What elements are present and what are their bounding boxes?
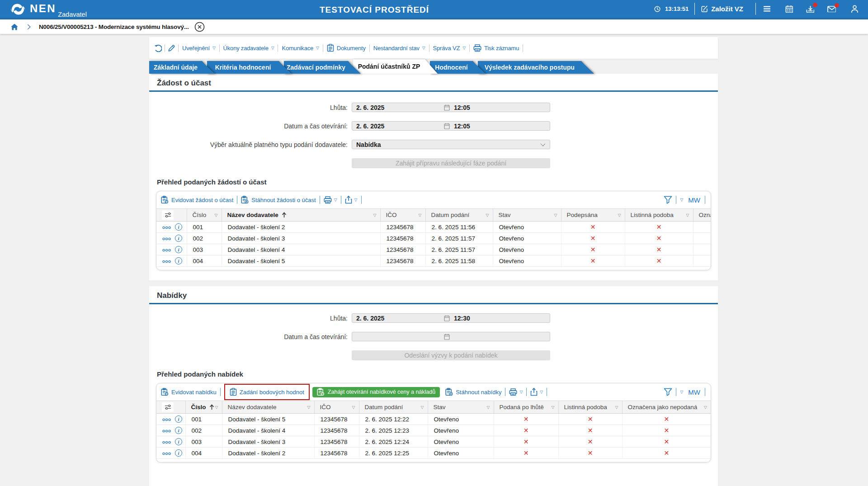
stahnout-zadosti-button[interactable]: Stáhnout žádosti o účast xyxy=(241,196,316,204)
menu-komunikace[interactable]: Komunikace▽ xyxy=(282,45,319,52)
datetime-input[interactable]: 2. 6. 202512:05 xyxy=(352,121,550,131)
row-actions-button[interactable] xyxy=(162,450,171,457)
row-actions-button[interactable] xyxy=(162,235,171,242)
table-row[interactable]: i 004Dodavatel - školení 2123456782. 6. … xyxy=(156,448,711,459)
edit-button[interactable] xyxy=(168,44,175,52)
tab-zadavaci-podminky[interactable]: Zadávací podmínky xyxy=(284,61,348,74)
tab-vysledek-zadavaciho-postupu[interactable]: Výsledek zadávacího postupu xyxy=(478,61,581,74)
filter-icon: ▽ xyxy=(486,213,489,217)
menu-nestandardni-stav[interactable]: Nestandardní stav▽ xyxy=(373,45,425,52)
column-header[interactable]: Název dodavatele▽ xyxy=(222,401,314,414)
export-button[interactable]: ▽ xyxy=(345,196,358,204)
menu-sprava-vz[interactable]: Správa VZ▽ xyxy=(433,45,466,52)
main-menu-button[interactable] xyxy=(764,6,770,12)
tab-hodnoceni[interactable]: Hodnocení xyxy=(430,61,473,74)
column-header[interactable]: Datum podání▽ xyxy=(425,209,493,222)
datetime-input[interactable] xyxy=(352,332,550,341)
column-header[interactable]: Podaná po lhůtě▽ xyxy=(494,401,558,414)
profile-button[interactable] xyxy=(851,5,858,13)
info-icon[interactable]: i xyxy=(175,449,182,457)
datetime-input[interactable]: 2. 6. 202512:30 xyxy=(352,313,550,323)
column-header[interactable]: Název dodavatele▽ xyxy=(222,209,380,222)
column-header[interactable]: Označena jako nepodaná▽ xyxy=(693,209,711,222)
column-label: Stav xyxy=(499,212,511,218)
date-value: 2. 6. 2025 xyxy=(352,315,444,322)
stahnout-nabidky-button[interactable]: Stáhnout nabídky xyxy=(445,388,501,396)
history-button[interactable] xyxy=(154,44,162,52)
menu-ukony-zadavatele[interactable]: Úkony zadavatele▽ xyxy=(223,45,274,52)
section-zadost-o-ucast: Žádost o účast Lhůta:2. 6. 202512:05 Dat… xyxy=(149,74,718,280)
zahajit-oteviranie-button[interactable]: Zahájit otevírání nabídkové ceny a nákla… xyxy=(312,387,440,397)
info-icon[interactable]: i xyxy=(175,438,182,445)
close-record-button[interactable] xyxy=(194,22,205,32)
row-actions-button[interactable] xyxy=(162,439,171,445)
calendar-button[interactable] xyxy=(785,5,793,13)
column-header[interactable]: Číslo▽ xyxy=(187,209,222,222)
info-icon[interactable]: i xyxy=(175,257,182,264)
menu-dokumenty[interactable]: Dokumenty xyxy=(327,44,366,52)
column-chooser-button[interactable] xyxy=(162,402,174,412)
column-header[interactable]: Podepsána▽ xyxy=(561,209,625,222)
info-icon[interactable]: i xyxy=(175,415,182,423)
tab-podani-ucastniku-zp[interactable]: Podání účastníků ZP xyxy=(353,59,425,74)
tab-zakladni-udaje[interactable]: Základní údaje xyxy=(149,61,202,74)
table-row[interactable]: i 004Dodavatel - školení 5123456782. 6. … xyxy=(156,255,711,267)
row-actions-button[interactable] xyxy=(162,258,171,264)
menu-tisk-zaznamu[interactable]: Tisk záznamu xyxy=(473,44,519,52)
info-icon[interactable]: i xyxy=(175,223,182,231)
messages-button[interactable] xyxy=(827,6,836,12)
cell-cislo: 002 xyxy=(187,233,222,244)
table-row[interactable]: i 002Dodavatel - školení 4123456782. 6. … xyxy=(156,425,711,436)
row-actions-button[interactable] xyxy=(162,416,171,423)
caret-down-icon: ▽ xyxy=(519,390,523,394)
tab-label: Podání účastníků ZP xyxy=(353,59,425,74)
column-header[interactable]: Číslo▽ xyxy=(185,401,222,414)
column-header[interactable]: Listinná podoba▽ xyxy=(625,209,693,222)
column-header[interactable]: Stav▽ xyxy=(493,209,561,222)
column-header[interactable]: Datum podání▽ xyxy=(359,401,428,414)
create-vz-button[interactable]: Založit VZ xyxy=(701,5,743,13)
menu-uverejneni[interactable]: Uveřejnění▽ xyxy=(182,45,216,52)
row-actions-button[interactable] xyxy=(162,246,171,253)
table-row[interactable]: i 003Dodavatel - školení 3123456782. 6. … xyxy=(156,436,711,448)
mw-toggle[interactable]: MW xyxy=(688,196,700,204)
row-actions-button[interactable] xyxy=(162,224,171,231)
zahajit-pripravu-button[interactable]: Zahájit přípravu následující fáze podání xyxy=(352,158,550,168)
table-row[interactable]: i 001Dodavatel - školení 5123456782. 6. … xyxy=(156,414,711,425)
filter-button[interactable] xyxy=(664,388,672,396)
column-header[interactable]: Listinná podoba▽ xyxy=(558,401,622,414)
downloads-button[interactable] xyxy=(806,5,814,13)
podani-type-select[interactable]: Nabídka xyxy=(352,140,550,149)
evidovat-nabidku-button[interactable]: Evidovat nabídku xyxy=(161,388,217,396)
datetime-input[interactable]: 2. 6. 202512:05 xyxy=(352,103,550,112)
top-app-bar: NEN Zadavatel TESTOVACÍ PROSTŘEDÍ 13:13:… xyxy=(0,0,868,19)
table-row[interactable]: i 003Dodavatel - školení 4123456782. 6. … xyxy=(156,244,711,255)
zadani-bodovych-hodnot-button[interactable]: Zadání bodových hodnot xyxy=(230,388,304,396)
evidovat-zadost-button[interactable]: Evidovat žádost o účast xyxy=(161,196,233,204)
column-header[interactable]: Stav▽ xyxy=(428,401,494,414)
form-row: Lhůta:2. 6. 202512:05 xyxy=(149,103,718,112)
print-button[interactable]: ▽ xyxy=(324,196,337,204)
column-header[interactable]: IČO▽ xyxy=(314,401,359,414)
table-row[interactable]: i 002Dodavatel - školení 3123456782. 6. … xyxy=(156,233,711,244)
mw-toggle[interactable]: MW xyxy=(688,388,700,396)
funnel-icon xyxy=(664,196,672,204)
column-header[interactable]: IČO▽ xyxy=(380,209,425,222)
column-chooser-button[interactable] xyxy=(162,210,174,220)
table-row[interactable]: i 001Dodavatel - školení 2123456782. 6. … xyxy=(156,222,711,233)
tab-kriteria-hodnoceni[interactable]: Kritéria hodnocení xyxy=(207,61,279,74)
info-icon[interactable]: i xyxy=(175,427,182,434)
home-button[interactable] xyxy=(11,24,18,30)
printer-icon xyxy=(509,388,517,396)
column-header[interactable]: Označena jako nepodaná▽ xyxy=(622,401,711,414)
cell-ico: 12345678 xyxy=(380,233,425,244)
export-button[interactable]: ▽ xyxy=(530,388,543,396)
nen-logo[interactable]: NEN Zadavatel xyxy=(10,1,87,18)
more-dots-icon xyxy=(162,418,171,421)
info-icon[interactable]: i xyxy=(175,235,182,242)
info-icon[interactable]: i xyxy=(175,246,182,253)
print-button[interactable]: ▽ xyxy=(509,388,523,396)
odeslani-vyzvy-button[interactable]: Odeslání výzvy k podání nabídek xyxy=(352,350,550,360)
filter-button[interactable] xyxy=(664,196,672,204)
row-actions-button[interactable] xyxy=(162,427,171,434)
